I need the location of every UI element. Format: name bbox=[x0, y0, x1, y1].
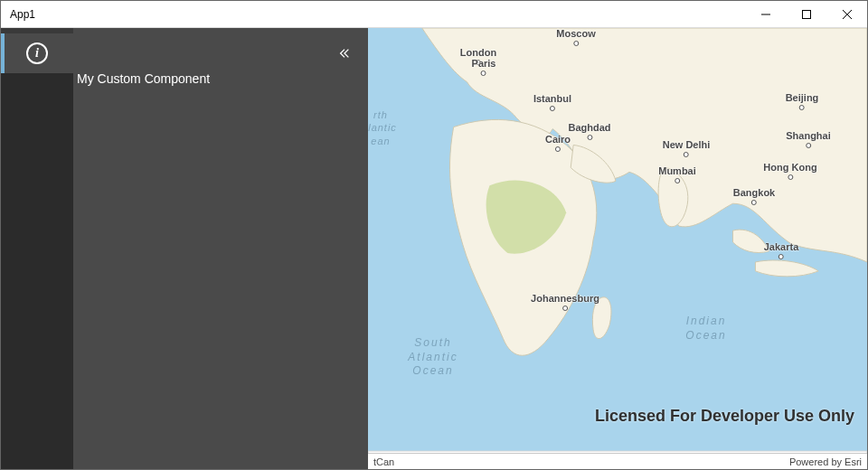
map-ocean-label: rthtlanticean bbox=[368, 108, 397, 147]
panel-collapse-button[interactable] bbox=[335, 44, 354, 62]
map-city-marker-icon bbox=[555, 146, 561, 152]
map-city-marker-icon bbox=[788, 174, 793, 180]
svg-rect-1 bbox=[802, 10, 810, 18]
map-city-marker-icon bbox=[778, 254, 784, 259]
map-city-label: Paris bbox=[472, 58, 496, 76]
map-city-label: Moscow bbox=[556, 28, 595, 46]
map-attribution-bar: tCan Powered by Esri bbox=[368, 453, 867, 469]
map-city-marker-icon bbox=[573, 41, 579, 46]
map-city-label: Jakarta bbox=[764, 241, 799, 259]
chevron-double-left-icon bbox=[338, 47, 351, 60]
maximize-icon bbox=[802, 10, 811, 19]
map-attribution-right: Powered by Esri bbox=[789, 456, 862, 467]
panel-title: My Custom Component bbox=[73, 71, 368, 86]
map-city-label: Bangkok bbox=[733, 187, 775, 205]
window-maximize-button[interactable] bbox=[786, 1, 826, 27]
map-city-label: Istanbul bbox=[533, 93, 571, 111]
window-close-button[interactable] bbox=[826, 1, 867, 27]
map-canvas[interactable]: MoscowLondonParisIstanbulBaghdadCairoNew… bbox=[368, 28, 867, 469]
rail-item-info[interactable]: i bbox=[1, 33, 73, 73]
map-city-label: Johannesburg bbox=[531, 293, 599, 311]
info-icon: i bbox=[26, 42, 48, 64]
map-city-marker-icon bbox=[806, 143, 811, 148]
map-city-label: Shanghai bbox=[786, 130, 831, 148]
window-minimize-button[interactable] bbox=[745, 1, 786, 27]
map-attribution-left: tCan bbox=[373, 456, 394, 467]
client-area: i My Custom Component bbox=[1, 28, 867, 469]
map-city-label: Beijing bbox=[786, 92, 819, 110]
rail-active-accent bbox=[1, 33, 5, 73]
map-license-watermark: Licensed For Developer Use Only bbox=[595, 407, 854, 426]
map-city-label: Cairo bbox=[545, 134, 571, 152]
map-city-marker-icon bbox=[587, 135, 592, 140]
map-city-marker-icon bbox=[684, 152, 689, 157]
map-city-marker-icon bbox=[481, 70, 486, 76]
map-city-marker-icon bbox=[550, 106, 555, 111]
map-city-label: Mumbai bbox=[658, 165, 696, 183]
map-city-marker-icon bbox=[562, 306, 568, 311]
window-titlebar: App1 bbox=[1, 1, 867, 28]
side-panel: My Custom Component bbox=[73, 28, 368, 469]
map-city-label: Baghdad bbox=[568, 122, 610, 140]
map-city-marker-icon bbox=[675, 178, 680, 183]
map-city-marker-icon bbox=[799, 105, 805, 110]
map-ocean-label: SouthAtlanticOcean bbox=[408, 336, 458, 379]
map-city-label: New Delhi bbox=[663, 139, 711, 157]
map-ocean-label: IndianOcean bbox=[685, 315, 726, 343]
window-title: App1 bbox=[1, 8, 745, 21]
side-rail: i bbox=[1, 28, 73, 469]
close-icon bbox=[843, 10, 852, 19]
map-city-label: Hong Kong bbox=[763, 162, 816, 180]
minimize-icon bbox=[761, 10, 770, 19]
map-city-marker-icon bbox=[751, 200, 757, 205]
